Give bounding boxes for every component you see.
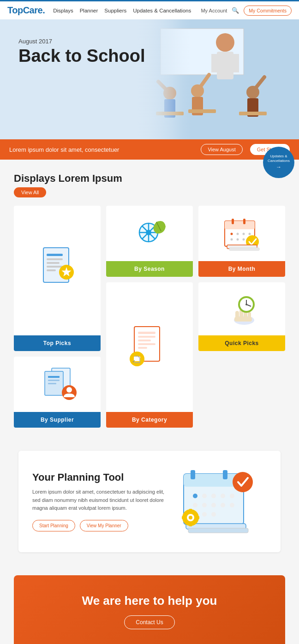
svg-rect-0 <box>133 19 299 139</box>
navbar: TopCare. Displays Planner Suppliers Upda… <box>0 0 299 19</box>
svg-rect-16 <box>188 109 216 113</box>
svg-rect-15 <box>156 112 184 115</box>
classroom-illustration <box>133 19 299 139</box>
svg-rect-36 <box>232 219 234 224</box>
quick-picks-label: Quick Picks <box>198 335 285 351</box>
svg-point-39 <box>236 233 239 235</box>
supplier-icon <box>38 366 77 403</box>
svg-point-81 <box>202 494 207 498</box>
svg-point-2 <box>216 33 234 52</box>
svg-rect-73 <box>48 383 56 384</box>
by-season-card[interactable]: By Season <box>106 206 193 277</box>
updates-cancellations-bubble[interactable]: Updates & Cancellations → <box>263 147 294 178</box>
svg-point-43 <box>236 238 239 240</box>
by-category-image <box>106 282 193 412</box>
nav-updates[interactable]: Updates & Cancellations <box>133 8 191 13</box>
svg-rect-52 <box>138 340 151 341</box>
svg-point-40 <box>242 233 245 235</box>
season-icon <box>131 215 168 252</box>
svg-rect-101 <box>182 516 185 519</box>
svg-line-11 <box>200 75 209 88</box>
hero-image <box>133 19 299 139</box>
svg-rect-71 <box>48 376 60 378</box>
svg-point-84 <box>230 494 234 498</box>
svg-point-41 <box>248 233 251 235</box>
top-picks-label: Top Picks <box>14 335 101 351</box>
help-title: We are here to help you <box>23 594 276 608</box>
svg-point-86 <box>202 503 207 507</box>
svg-rect-54 <box>138 347 147 349</box>
planning-title: Your Planning Tool <box>32 471 165 483</box>
planning-tool-illustration <box>174 465 267 538</box>
help-banner: We are here to help you Contact Us <box>14 575 285 644</box>
hero-banner-strip: Lorem ipsum dolor sit amet, consectetuer… <box>0 139 299 160</box>
svg-rect-20 <box>47 254 63 256</box>
top-picks-card[interactable]: Top Picks <box>14 206 101 351</box>
top-picks-icon <box>36 245 78 296</box>
start-planning-button[interactable]: Start Planning <box>32 520 75 531</box>
svg-rect-7 <box>164 99 175 118</box>
view-my-planner-button[interactable]: View My Planner <box>80 520 128 531</box>
nav-logo[interactable]: TopCare. <box>7 5 45 16</box>
svg-rect-50 <box>138 332 155 334</box>
by-category-label: By Category <box>106 412 193 428</box>
banner-text: Lorem ipsum dolor sit amet, consectetuer <box>9 146 193 153</box>
displays-title: Displays Lorem Ipsum <box>14 173 285 185</box>
month-icon <box>222 216 262 251</box>
svg-point-68 <box>245 304 247 305</box>
svg-point-42 <box>230 238 233 240</box>
svg-rect-100 <box>189 524 192 526</box>
svg-point-6 <box>163 87 176 100</box>
quick-picks-icon <box>223 292 260 326</box>
displays-section: Displays Lorem Ipsum View All To <box>0 160 299 437</box>
svg-rect-51 <box>138 336 155 338</box>
by-category-card[interactable]: By Category <box>106 282 193 428</box>
svg-rect-79 <box>223 470 227 479</box>
contact-us-button[interactable]: Contact Us <box>124 615 174 629</box>
hero-content: August 2017 Back to School <box>18 38 145 66</box>
planning-section-wrapper: Your Planning Tool Lorem ipsum dolor sit… <box>0 437 299 566</box>
by-supplier-image <box>14 357 101 412</box>
svg-rect-53 <box>138 343 155 345</box>
svg-point-38 <box>230 233 233 235</box>
by-supplier-card[interactable]: By Supplier <box>14 357 101 428</box>
search-icon[interactable]: 🔍 <box>232 7 239 14</box>
svg-rect-5 <box>233 54 239 72</box>
nav-links: Displays Planner Suppliers Updates & Can… <box>53 8 201 13</box>
svg-rect-35 <box>225 221 255 229</box>
help-section: We are here to help you Contact Us <box>0 566 299 644</box>
svg-rect-10 <box>192 97 203 115</box>
quick-picks-card[interactable]: Quick Picks <box>198 282 285 351</box>
hero-title: Back to School <box>18 47 145 66</box>
svg-point-85 <box>193 503 197 507</box>
svg-rect-17 <box>239 112 267 115</box>
svg-rect-99 <box>189 509 192 512</box>
by-month-label: By Month <box>198 261 285 277</box>
svg-rect-3 <box>217 52 233 79</box>
svg-line-8 <box>158 82 170 93</box>
svg-rect-24 <box>47 269 56 271</box>
top-picks-image <box>14 206 101 335</box>
svg-point-80 <box>193 494 197 498</box>
nav-planner[interactable]: Planner <box>80 8 98 13</box>
my-commitments-button[interactable]: My Commitments <box>244 6 292 16</box>
planning-description: Lorem ipsum dolor sit amet, consectetuer… <box>32 488 165 513</box>
my-account-link[interactable]: My Account <box>201 8 227 13</box>
quick-picks-image <box>198 282 285 335</box>
planning-text: Your Planning Tool Lorem ipsum dolor sit… <box>32 471 165 531</box>
view-august-button[interactable]: View August <box>201 144 242 155</box>
svg-point-44 <box>242 238 245 240</box>
svg-rect-13 <box>247 98 258 117</box>
by-month-card[interactable]: By Month <box>198 206 285 277</box>
svg-point-87 <box>211 503 216 507</box>
nav-right: My Account 🔍 My Commitments <box>201 6 292 16</box>
category-icon <box>129 324 170 370</box>
hero-banner: August 2017 Back to School <box>0 19 299 139</box>
svg-rect-21 <box>47 258 63 260</box>
view-all-button[interactable]: View All <box>14 187 46 197</box>
svg-line-14 <box>255 77 264 89</box>
svg-point-75 <box>66 387 72 393</box>
svg-rect-22 <box>47 262 60 264</box>
nav-displays[interactable]: Displays <box>53 8 73 13</box>
nav-suppliers[interactable]: Suppliers <box>104 8 126 13</box>
